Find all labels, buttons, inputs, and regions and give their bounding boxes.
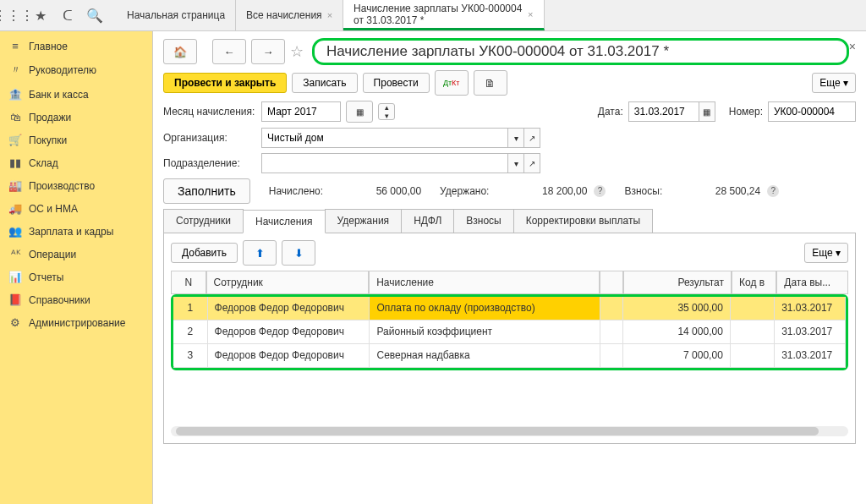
help-icon-1[interactable]: ? bbox=[594, 185, 606, 197]
table-row[interactable]: 3Федоров Федор ФедоровичСеверная надбавк… bbox=[173, 344, 846, 368]
tab[interactable]: Начальная страница bbox=[117, 0, 236, 30]
sidebar-label: Банк и касса bbox=[29, 89, 89, 101]
apps-icon[interactable]: ⋮⋮⋮ bbox=[0, 2, 27, 29]
sidebar-item[interactable]: 〃Руководителю bbox=[0, 58, 152, 83]
col-code[interactable]: Код в bbox=[732, 271, 776, 294]
page-title: Начисление зарплаты УК00-000004 от 31.03… bbox=[312, 38, 849, 65]
sidebar-icon: 〃 bbox=[8, 63, 22, 78]
dt-kt-icon[interactable]: ДтКт bbox=[435, 70, 469, 96]
home-button[interactable]: 🏠 bbox=[163, 39, 197, 64]
tab-strip: СотрудникиНачисленияУдержанияНДФЛВзносыК… bbox=[163, 209, 856, 233]
attach-icon[interactable]: 🗎 bbox=[474, 70, 507, 96]
move-up-icon[interactable]: ⬆ bbox=[243, 240, 277, 266]
subtab[interactable]: Взносы bbox=[453, 209, 513, 233]
sidebar-item[interactable]: 🛒Покупки bbox=[0, 129, 152, 151]
back-button[interactable]: ← bbox=[212, 39, 246, 64]
subd-label: Подразделение: bbox=[163, 157, 256, 169]
sidebar-item[interactable]: 👥Зарплата и кадры bbox=[0, 220, 152, 243]
subd-field[interactable] bbox=[261, 153, 508, 173]
favorite-icon[interactable]: ☆ bbox=[290, 42, 304, 61]
org-dropdown-icon[interactable]: ▾ bbox=[508, 128, 524, 148]
col-n[interactable]: N bbox=[171, 271, 206, 294]
date-label: Дата: bbox=[598, 106, 623, 118]
table-row[interactable]: 1Федоров Федор ФедоровичОплата по окладу… bbox=[173, 297, 846, 320]
tab[interactable]: Все начисления× bbox=[236, 0, 343, 30]
table-header: N Сотрудник Начисление Результат Код в Д… bbox=[171, 271, 848, 294]
subd-open-icon[interactable]: ↗ bbox=[524, 153, 540, 173]
sidebar-item[interactable]: ≡Главное bbox=[0, 35, 152, 58]
subtab[interactable]: Сотрудники bbox=[163, 209, 244, 233]
sidebar-label: Руководителю bbox=[29, 64, 96, 76]
sidebar-item[interactable]: ᴬᴷОперации bbox=[0, 243, 152, 266]
tab-close-icon[interactable]: × bbox=[528, 9, 533, 19]
sidebar-label: Операции bbox=[29, 249, 76, 260]
month-stepper[interactable]: ▴▾ bbox=[378, 103, 395, 120]
sidebar-icon: 🏭 bbox=[8, 179, 22, 192]
withheld-label: Удержано: bbox=[440, 185, 489, 197]
top-toolbar: ⋮⋮⋮ ★ ᑕ 🔍 Начальная страницаВсе начислен… bbox=[0, 0, 866, 31]
sidebar-icon: 🛒 bbox=[8, 134, 22, 146]
sidebar-item[interactable]: 📊Отчеты bbox=[0, 266, 152, 288]
sidebar-label: Отчеты bbox=[29, 271, 63, 283]
col-res[interactable]: Результат bbox=[623, 271, 732, 294]
content: × 🏠 ← → ☆ Начисление зарплаты УК00-00000… bbox=[153, 31, 866, 504]
search-icon[interactable]: 🔍 bbox=[81, 2, 108, 29]
sidebar-item[interactable]: ▮▮Склад bbox=[0, 151, 152, 174]
org-open-icon[interactable]: ↗ bbox=[524, 128, 540, 148]
sidebar-label: Главное bbox=[29, 41, 68, 52]
sidebar-item[interactable]: 🏭Производство bbox=[0, 174, 152, 197]
month-label: Месяц начисления: bbox=[163, 106, 256, 118]
add-button[interactable]: Добавить bbox=[171, 243, 238, 263]
sidebar-item[interactable]: ⚙Администрирование bbox=[0, 311, 152, 334]
fill-button[interactable]: Заполнить bbox=[163, 178, 250, 204]
sidebar-icon: 🛍 bbox=[8, 111, 22, 123]
tab-close-icon[interactable]: × bbox=[327, 10, 332, 20]
close-icon[interactable]: × bbox=[849, 40, 856, 53]
date-field[interactable] bbox=[628, 101, 699, 122]
write-button[interactable]: Записать bbox=[292, 73, 357, 93]
calendar-icon[interactable]: ▦ bbox=[346, 101, 373, 123]
more-button-1[interactable]: Еще bbox=[812, 73, 856, 93]
sidebar-label: Справочники bbox=[29, 294, 90, 306]
more-button-2[interactable]: Еще bbox=[804, 243, 848, 263]
table-area: Добавить ⬆ ⬇ Еще N Сотрудник Начисление … bbox=[163, 233, 856, 444]
top-tabs: Начальная страницаВсе начисления×Начисле… bbox=[117, 0, 545, 30]
subtab[interactable]: НДФЛ bbox=[401, 209, 454, 233]
sidebar-item[interactable]: 🏦Банк и касса bbox=[0, 83, 152, 106]
col-date[interactable]: Дата вы... bbox=[776, 271, 848, 294]
h-scrollbar[interactable] bbox=[171, 426, 848, 436]
month-field[interactable] bbox=[261, 101, 341, 122]
sidebar-icon: 📕 bbox=[8, 293, 22, 306]
sidebar-label: Администрирование bbox=[29, 317, 125, 329]
move-down-icon[interactable]: ⬇ bbox=[282, 240, 315, 266]
col-accr[interactable]: Начисление bbox=[369, 271, 600, 294]
sidebar-item[interactable]: 📕Справочники bbox=[0, 288, 152, 311]
sidebar-icon: ▮▮ bbox=[8, 156, 22, 169]
post-button[interactable]: Провести bbox=[363, 73, 430, 93]
sidebar-icon: 👥 bbox=[8, 225, 22, 238]
sidebar-icon: ᴬᴷ bbox=[8, 248, 22, 260]
tab[interactable]: Начисление зарплаты УК00-000004 от 31.03… bbox=[343, 0, 544, 30]
table-row[interactable]: 2Федоров Федор ФедоровичРайонный коэффиц… bbox=[173, 320, 846, 344]
sidebar-icon: ≡ bbox=[8, 40, 22, 52]
sidebar-item[interactable]: 🛍Продажи bbox=[0, 106, 152, 129]
sidebar-label: Склад bbox=[29, 157, 58, 169]
col-emp[interactable]: Сотрудник bbox=[206, 271, 370, 294]
date-picker-icon[interactable]: ▦ bbox=[699, 101, 715, 122]
number-field[interactable] bbox=[768, 101, 856, 122]
subtab[interactable]: Удержания bbox=[325, 209, 403, 233]
subd-dropdown-icon[interactable]: ▾ bbox=[508, 153, 524, 173]
forward-button[interactable]: → bbox=[251, 39, 285, 64]
help-icon-2[interactable]: ? bbox=[767, 185, 779, 197]
contrib-value: 28 500,24 bbox=[667, 185, 760, 197]
post-close-button[interactable]: Провести и закрыть bbox=[163, 73, 287, 93]
sidebar: ≡Главное〃Руководителю🏦Банк и касса🛍Прода… bbox=[0, 31, 153, 504]
sidebar-label: Покупки bbox=[29, 134, 67, 146]
sidebar-item[interactable]: 🚚ОС и НМА bbox=[0, 197, 152, 220]
withheld-value: 18 200,00 bbox=[494, 185, 587, 197]
org-field[interactable] bbox=[261, 128, 508, 148]
subtab[interactable]: Начисления bbox=[243, 210, 326, 233]
star-icon[interactable]: ★ bbox=[27, 2, 54, 29]
subtab[interactable]: Корректировки выплаты bbox=[513, 209, 653, 233]
history-icon[interactable]: ᑕ bbox=[54, 2, 81, 29]
